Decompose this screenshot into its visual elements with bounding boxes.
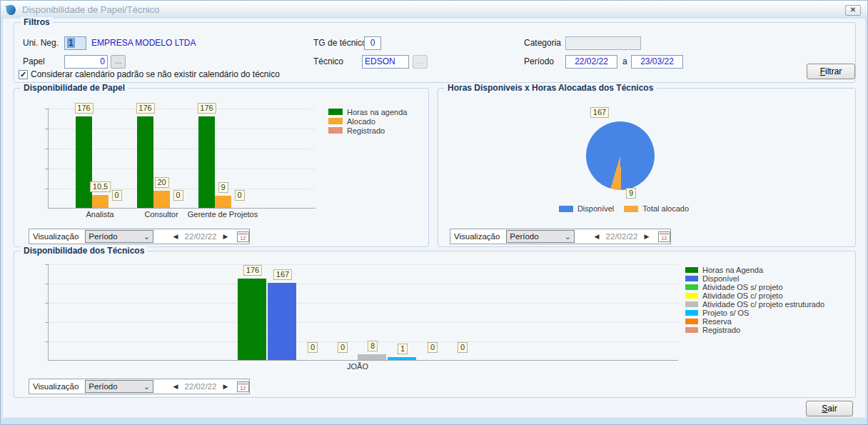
chevron-down-icon: ⌄ [143,383,150,390]
legend-item: Atividade OS s/ projeto [685,283,824,291]
axis-tick [45,284,49,284]
tg-tecnicos-input[interactable]: 0 [364,36,381,50]
chevron-down-icon: ⌄ [143,233,150,240]
legend-item: Alocado [328,116,407,126]
legend-swatch-dispon-vel [685,276,698,281]
papel-period-mode-select[interactable]: Período ⌄ [85,230,153,243]
legend-swatch-total-alocado [624,206,638,212]
horas-chart-groupbox: Horas Disponiveis x Horas Alocadas dos T… [438,88,856,247]
window-edge [865,19,867,424]
window-title: Disponibilidade de Papel/Técnico [22,4,159,15]
filtrar-button-label: Filtrar [807,64,854,79]
axis-tick [45,169,49,169]
legend-item: Disponível [685,274,824,283]
papel-input[interactable]: 0 [64,55,108,69]
axis-tick [45,303,49,304]
categoria-label: Categoria [524,36,561,50]
legend-swatch-horas-na-agenda [328,109,343,115]
filtrar-button[interactable]: Filtrar [807,64,855,79]
tecnico-browse-button[interactable]: ... [413,55,428,69]
calendar-icon[interactable] [237,231,249,242]
filters-groupbox: Filtros Uni. Neg. 1 EMPRESA MODELO LTDA … [14,22,856,83]
legend-label: Projeto s/ OS [702,309,749,317]
legend-swatch-registrado [328,127,343,134]
value-label: 0 [111,190,121,201]
prev-date-button[interactable]: ◀ [592,233,602,240]
bar-alocado [92,195,108,208]
bar-horas-na-agenda [137,116,153,208]
gridline [49,303,678,304]
check-icon: ✓ [20,70,26,79]
legend-label: Disponível [577,204,614,213]
default-calendar-checkbox-label: Considerar calendário padrão se não exis… [31,68,280,81]
legend-swatch-atividade-os-s-projeto [685,284,698,290]
legend-label: Atividade OS c/ projeto [702,291,783,300]
prev-date-button[interactable]: ◀ [171,233,181,240]
value-label: 0 [234,190,244,201]
close-button[interactable]: ✕ [845,5,861,16]
legend-item: Disponível [559,204,614,213]
axis-tick [45,322,49,323]
default-calendar-checkbox[interactable]: ✓ [19,70,28,79]
prev-date-button[interactable]: ◀ [171,383,181,390]
date-display: 22/02/22 [602,232,642,241]
value-label: 167 [590,107,609,118]
gridline [49,264,678,265]
next-date-button[interactable]: ▶ [221,383,231,390]
category-label: Analista [86,210,113,219]
legend-label: Atividade OS c/ projeto estruturado [702,300,824,309]
value-label: 176 [243,265,262,276]
value-label: 20 [154,177,168,188]
legend-item: Registrado [328,126,407,135]
uni-neg-name: EMPRESA MODELO LTDA [91,36,196,50]
legend-label: Alocado [347,117,375,126]
bar-horas-na-agenda [198,116,215,208]
legend-label: Total alocado [642,204,689,213]
sair-button-label: Sair [807,401,852,416]
category-label: Consultor [144,210,178,219]
date-display: 22/02/22 [181,382,221,391]
papel-browse-button[interactable]: ... [111,55,126,69]
axis-tick [45,149,49,149]
legend-label: Horas na agenda [347,108,407,116]
tecnicos-period-mode-select[interactable]: Período ⌄ [85,380,153,393]
next-date-button[interactable]: ▶ [642,233,652,240]
periodo-to-input[interactable]: 23/03/22 [631,55,683,69]
date-navigator: ◀ 22/02/22 ▶ [171,381,249,392]
tecnicos-chart-title: Disponibilidade dos Técnicos [21,246,147,256]
legend-swatch-horas-na-agenda [685,267,698,273]
dialog-window: Disponibilidade de Papel/Técnico ✕ Filtr… [0,0,868,425]
bar-dispon-vel [268,283,296,360]
calendar-icon[interactable] [658,231,670,242]
right-arrow-icon: ▶ [223,233,228,240]
uni-neg-input[interactable]: 1 [64,36,86,50]
legend-swatch-atividade-os-c-projeto [685,293,698,299]
legend-label: Horas na Agenda [702,266,763,274]
bar-projeto-s-os [388,357,416,360]
calendar-icon[interactable] [237,381,249,392]
value-label: 9 [626,188,636,199]
left-arrow-icon: ◀ [173,233,178,240]
axis-tick [45,189,49,189]
axis-tick [45,109,49,109]
date-navigator: ◀ 22/02/22 ▶ [592,231,670,242]
category-label: JOÃO [347,362,368,371]
tecnicos-chart-groupbox: Disponibilidade dos Técnicos 17616700810… [14,251,856,398]
periodo-from-input[interactable]: 22/02/22 [565,55,617,69]
tecnicos-visualization-bar: Visualização Período ⌄ ◀ 22/02/22 ▶ [29,379,250,394]
periodo-sep-label: a [622,55,627,69]
value-label: 0 [338,342,348,353]
legend-item: Registrado [685,326,824,334]
tecnico-input[interactable]: EDSON [362,55,409,69]
sair-button[interactable]: Sair [806,401,853,416]
horas-period-mode-select[interactable]: Período ⌄ [506,230,575,243]
papel-chart-title: Disponibilidade de Papel [21,83,128,93]
visualization-label: Visualização [450,232,506,241]
filters-group-title: Filtros [21,17,53,27]
close-icon: ✕ [850,6,856,14]
horas-chart-title: Horas Disponiveis x Horas Alocadas dos T… [445,83,656,93]
right-arrow-icon: ▶ [645,233,650,240]
legend-swatch-projeto-s-os [685,310,698,316]
next-date-button[interactable]: ▶ [221,233,231,240]
value-label: 8 [368,341,378,351]
